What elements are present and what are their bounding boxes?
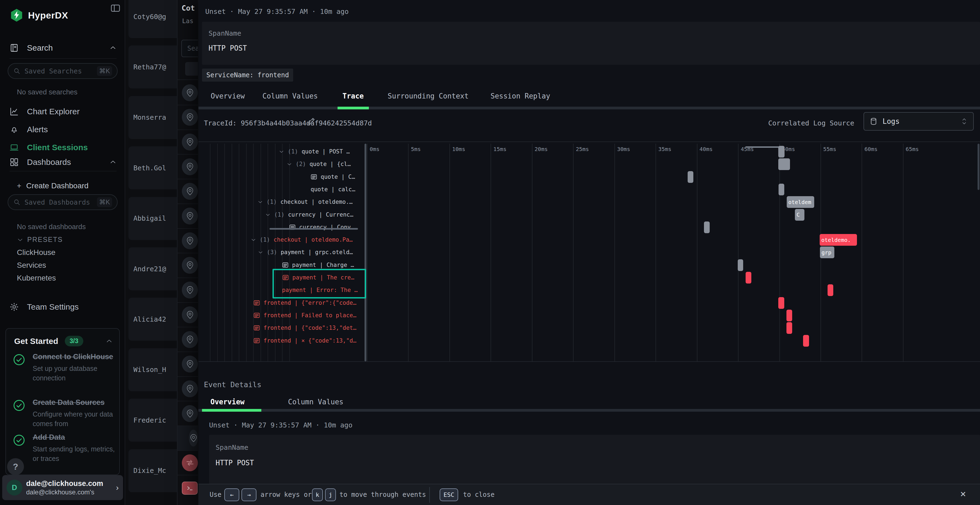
sidebar-item-services[interactable]: Services [17, 261, 46, 270]
trace-tree-row[interactable]: (1) checkout | oteldemo.Pa… [251, 233, 353, 246]
location-event-row[interactable] [178, 253, 198, 278]
span-name-card: SpanName HTTP POST [202, 22, 980, 65]
span-duration-bar[interactable] [803, 335, 809, 347]
event-details-tab-overview[interactable]: Overview [210, 398, 245, 406]
span-duration-bar[interactable] [704, 221, 710, 233]
event-details-tab-column-values[interactable]: Column Values [288, 398, 344, 406]
child-count: (1) [288, 148, 298, 155]
trace-tree-row[interactable]: quote | C… [310, 171, 355, 183]
saved-dashboards-input[interactable]: Saved Dashboards ⌘K [8, 194, 118, 210]
tab-overview[interactable]: Overview [211, 92, 245, 100]
location-event-row[interactable] [178, 376, 198, 401]
hint-divider [429, 487, 430, 503]
indent-guide [224, 144, 225, 361]
location-event-row[interactable] [178, 81, 198, 105]
get-started-item[interactable]: Create Data SourcesConfigure where your … [13, 397, 115, 428]
session-card[interactable]: Alicia42 [129, 298, 177, 341]
event-row-error[interactable] [178, 476, 198, 500]
span-duration-bar[interactable] [786, 322, 792, 334]
log-source-select[interactable]: Logs [864, 112, 974, 130]
trace-tree-row[interactable]: frontend | {"code":13,"det… [253, 322, 356, 334]
session-card[interactable]: Monserra [129, 96, 177, 139]
presets-toggle[interactable]: PRESETS [17, 236, 63, 243]
chevron-up-icon[interactable] [106, 338, 113, 345]
tab-column-values[interactable]: Column Values [262, 92, 318, 100]
sidebar-item-kubernetes[interactable]: Kubernetes [17, 274, 56, 283]
location-event-row[interactable] [178, 130, 198, 154]
span-name-value: HTTP POST [216, 459, 254, 467]
tree-horizontal-scrollbar[interactable] [269, 228, 358, 230]
trace-tree-row[interactable]: frontend | Failed to place… [253, 309, 356, 322]
help-button[interactable]: ? [7, 458, 24, 475]
span-duration-bar[interactable] [778, 184, 784, 195]
span-duration-bar[interactable] [827, 284, 833, 296]
get-started-item[interactable]: Add DataStart sending logs, metrics, or … [13, 432, 115, 463]
trace-tree-row[interactable]: frontend | × {"code":13,"d… [253, 334, 356, 347]
span-duration-bar[interactable]: C [795, 209, 804, 221]
location-event-row[interactable] [178, 229, 198, 253]
sidebar-item-team-settings[interactable]: Team Settings [10, 299, 116, 314]
service-name-chip[interactable]: ServiceName: frontend [202, 68, 293, 82]
hyperdx-logo-icon[interactable] [10, 8, 24, 22]
location-event-row[interactable] [178, 401, 198, 426]
session-card[interactable]: Andre21@ [129, 247, 177, 290]
location-event-row[interactable] [178, 179, 198, 204]
trace-tree-row[interactable]: quote | calc… [310, 183, 355, 195]
location-event-row[interactable] [178, 327, 198, 352]
tab-session-replay[interactable]: Session Replay [490, 92, 550, 100]
session-card[interactable]: Retha77@ [129, 45, 177, 89]
trace-tree-row[interactable]: (1) quote | POST … [279, 145, 350, 158]
tab-trace[interactable]: Trace [342, 92, 364, 100]
create-dashboard-button[interactable]: +Create Dashboard [17, 181, 89, 190]
span-duration-bar[interactable] [738, 259, 743, 271]
location-event-row[interactable] [178, 303, 198, 327]
location-event-row[interactable] [178, 278, 198, 303]
span-duration-bar[interactable] [786, 310, 792, 321]
sidebar-item-client-sessions[interactable]: Client Sessions [10, 140, 116, 155]
session-card[interactable]: Coty60@g [129, 0, 177, 38]
map-pin-icon [189, 430, 198, 446]
location-event-row[interactable] [178, 426, 198, 451]
trace-tree-row[interactable]: currency | Conv… [289, 221, 354, 233]
edit-icon[interactable] [307, 116, 316, 125]
saved-searches-input[interactable]: Saved Searches ⌘K [8, 63, 118, 79]
event-row-navigate[interactable] [178, 451, 198, 475]
database-icon [869, 117, 878, 125]
flyout-button[interactable] [185, 62, 199, 76]
close-icon[interactable]: × [960, 488, 966, 499]
check-circle-icon [13, 351, 25, 383]
location-event-row[interactable] [178, 154, 198, 179]
session-card[interactable]: Beth.Gol [129, 146, 177, 189]
user-menu[interactable]: D dale@clickhouse.com dale@clickhouse.co… [2, 475, 123, 500]
flyout-search-input[interactable]: Sea [181, 40, 199, 57]
tab-surrounding-context[interactable]: Surrounding Context [388, 92, 468, 100]
span-duration-bar[interactable]: oteldemo. [820, 234, 857, 246]
trace-tree-row[interactable]: (1) currency | Currenc… [265, 208, 353, 221]
get-started-item[interactable]: Connect to ClickHouseSet up your databas… [13, 351, 115, 383]
sidebar-item-search[interactable]: Search [10, 41, 116, 59]
session-card[interactable]: Frederic [129, 399, 177, 441]
trace-tree-row[interactable]: (1) checkout | oteldemo.… [258, 195, 353, 208]
span-duration-bar[interactable] [687, 171, 694, 183]
span-duration-bar[interactable]: oteldem [787, 196, 814, 208]
span-duration-bar[interactable] [778, 158, 790, 170]
span-duration-bar[interactable] [778, 297, 784, 309]
sidebar-item-chart-explorer[interactable]: Chart Explorer [10, 104, 116, 119]
span-duration-bar[interactable] [778, 146, 784, 157]
session-card[interactable]: Dixie_Mc [129, 449, 177, 492]
location-event-row[interactable] [178, 105, 198, 130]
span-duration-bar[interactable] [746, 272, 751, 284]
location-event-row[interactable] [178, 204, 198, 229]
tree-vertical-scrollbar[interactable] [364, 144, 366, 361]
trace-tree-row[interactable]: (3) payment | grpc.oteld… [258, 246, 353, 259]
sidebar-item-dashboards[interactable]: Dashboards [10, 156, 116, 172]
location-event-row[interactable] [178, 352, 198, 377]
sidebar-item-alerts[interactable]: Alerts [10, 122, 116, 137]
trace-tree-row[interactable]: (2) quote | {cl… [286, 158, 351, 170]
collapse-sidebar-icon[interactable] [110, 3, 121, 14]
sidebar-item-clickhouse[interactable]: ClickHouse [17, 248, 56, 257]
waterfall-vertical-scrollbar[interactable] [978, 144, 980, 190]
span-duration-bar[interactable]: grp [820, 246, 834, 258]
session-card[interactable]: Abbigail [129, 197, 177, 240]
session-card[interactable]: Wilson_H [129, 348, 177, 391]
